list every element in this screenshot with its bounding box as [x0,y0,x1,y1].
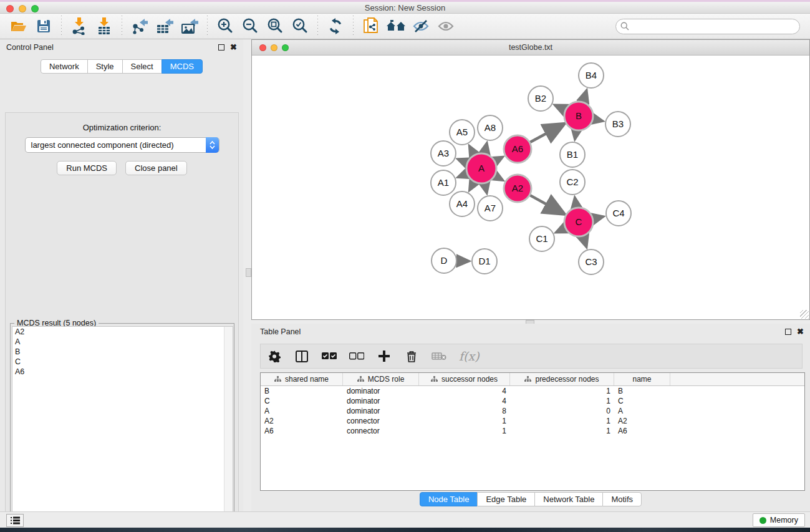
table-row[interactable]: Bdominator41B [261,386,804,396]
zoom-window-button[interactable] [31,5,39,12]
graph-edge-A-A4[interactable] [470,182,474,190]
close-window-button[interactable] [259,44,266,51]
graph-edge-A-A8[interactable] [485,143,486,153]
table-cell-successors[interactable]: 4 [419,396,510,406]
table-row[interactable]: A2connector11A2 [261,416,804,426]
tab-motifs[interactable]: Motifs [602,492,642,506]
delete-table-button[interactable] [432,349,446,364]
table-cell-successors[interactable]: 4 [419,386,510,396]
table-cell-mcds_role[interactable]: dominator [343,386,419,396]
apply-layout-button[interactable] [325,16,346,36]
delete-column-button[interactable] [404,349,419,364]
table-cell-name[interactable]: B [614,386,670,396]
graph-edge-B-B1[interactable] [575,131,576,139]
table-row[interactable]: A6connector11A6 [261,426,804,436]
scrollbar-track[interactable] [224,327,233,532]
network-canvas[interactable]: B4B2BB3B1A5A8A6A3AA1A2A4A7C2C4CC1C3DD1 [252,56,809,319]
deselect-all-rows-button[interactable] [349,349,364,364]
export-table-button[interactable] [154,16,175,36]
table-row[interactable]: Cdominator41C [261,396,804,406]
graph-edge-B-B4[interactable] [583,91,586,102]
table-cell-shared_name[interactable]: B [261,386,343,396]
show-all-button[interactable] [435,16,456,36]
mcds-result-list[interactable]: A2ABCA6 [12,326,233,532]
table-cell-shared_name[interactable]: A [261,406,343,416]
graph-edge-C-C2[interactable] [575,198,576,208]
zoom-out-button[interactable] [239,16,261,36]
float-panel-icon[interactable] [218,44,224,51]
table-cell-name[interactable]: A [614,406,670,416]
table-header-row[interactable]: shared nameMCDS rolesuccessor nodesprede… [261,373,804,386]
graph-edge-A-A1[interactable] [458,174,466,177]
save-session-button[interactable] [33,16,54,36]
mcds-result-item[interactable]: A6 [12,367,233,377]
tab-node-table[interactable]: Node Table [420,492,478,506]
graph-edge-B-B2[interactable] [556,105,566,110]
column-header-shared-name[interactable]: shared name [261,373,343,385]
graph-edge-A-A6[interactable] [495,157,502,161]
zoom-in-button[interactable] [215,16,236,36]
table-cell-predecessors[interactable]: 1 [510,426,614,436]
panel-divider-handle[interactable] [246,268,251,277]
column-header-MCDS-role[interactable]: MCDS role [343,373,419,385]
graph-edge-A2-C[interactable] [530,195,562,213]
network-graph[interactable]: B4B2BB3B1A5A8A6A3AA1A2A4A7C2C4CC1C3DD1 [252,56,809,319]
import-table-button[interactable] [94,16,115,36]
table-cell-name[interactable]: C [614,396,670,406]
graph-edge-A6-B[interactable] [530,125,562,142]
window-resize-grip[interactable] [800,310,809,319]
export-network-button[interactable] [129,16,150,36]
zoom-window-button[interactable] [282,44,289,51]
table-cell-predecessors[interactable]: 1 [510,396,614,406]
search-field[interactable] [615,19,800,34]
export-image-button[interactable] [179,16,200,36]
graph-edge-B-B3[interactable] [594,119,602,121]
column-header-name[interactable]: name [614,373,670,385]
tab-network-table[interactable]: Network Table [534,492,603,506]
import-network-button[interactable] [69,16,90,36]
table-cell-predecessors[interactable]: 1 [510,416,614,426]
table-cell-predecessors[interactable]: 0 [510,406,614,416]
table-cell-predecessors[interactable]: 1 [510,386,614,396]
mcds-result-item[interactable]: A [12,337,233,347]
tab-style[interactable]: Style [87,59,123,74]
mcds-result-item[interactable]: C [12,357,233,367]
table-cell-successors[interactable]: 8 [419,406,510,416]
graph-edge-C-C3[interactable] [583,236,586,246]
criterion-dropdown[interactable]: largest connected component (directed) [25,137,219,153]
select-all-rows-button[interactable] [322,349,337,364]
tab-network[interactable]: Network [41,59,88,74]
memory-button[interactable]: Memory [753,513,805,527]
column-header-predecessor-nodes[interactable]: predecessor nodes [510,373,614,385]
minimize-window-button[interactable] [271,44,277,51]
create-column-button[interactable] [377,349,392,364]
minimize-window-button[interactable] [19,5,26,12]
table-cell-shared_name[interactable]: A2 [261,416,343,426]
clone-network-button[interactable] [360,16,382,36]
function-builder-button[interactable]: f(x) [459,349,480,363]
graph-edge-A-A2[interactable] [495,176,503,180]
network-window-controls[interactable] [259,44,289,51]
table-cell-mcds_role[interactable]: connector [343,416,419,426]
float-panel-icon[interactable] [785,329,791,335]
log-console-button[interactable] [6,514,24,527]
graph-edge-C-C1[interactable] [557,228,566,232]
node-table[interactable]: shared nameMCDS rolesuccessor nodesprede… [260,372,805,491]
column-header-successor-nodes[interactable]: successor nodes [419,373,510,385]
window-controls[interactable] [6,5,39,12]
close-panel-button[interactable]: Close panel [125,161,187,175]
table-cell-mcds_role[interactable]: dominator [343,406,419,416]
table-options-button[interactable] [267,349,282,364]
mcds-result-item[interactable]: B [12,347,233,357]
run-mcds-button[interactable]: Run MCDS [57,161,117,175]
table-cell-mcds_role[interactable]: connector [343,426,419,436]
zoom-fit-button[interactable] [264,16,286,36]
graph-edge-C-C4[interactable] [593,217,602,219]
graph-edge-A-A5[interactable] [470,147,474,155]
tab-mcds[interactable]: MCDS [162,59,203,74]
search-input[interactable] [615,19,800,34]
first-neighbors-button[interactable] [385,16,407,36]
close-panel-icon[interactable]: ✖ [230,44,237,51]
close-panel-icon[interactable]: ✖ [797,329,804,335]
tab-edge-table[interactable]: Edge Table [477,492,535,506]
